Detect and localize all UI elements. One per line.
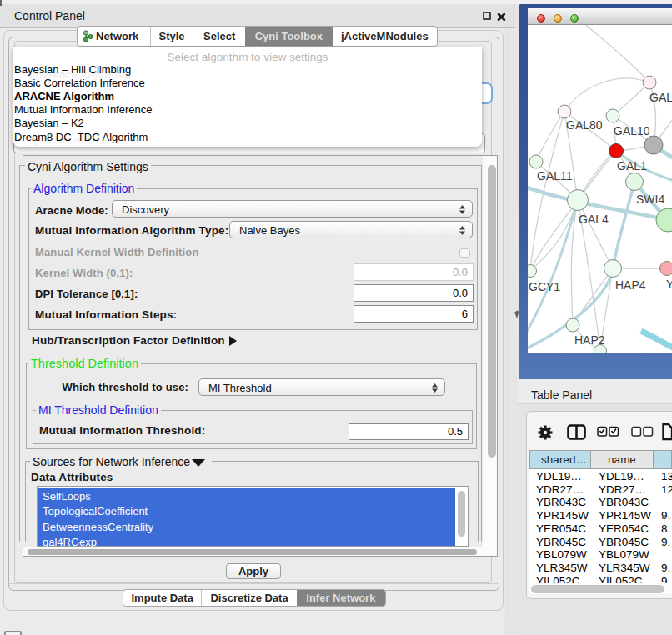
svg-text:SWI4: SWI4 [636,192,664,206]
svg-text:Y: Y [666,278,672,291]
svg-text:GAL10: GAL10 [614,124,650,138]
svg-text:GAL4: GAL4 [579,212,609,226]
svg-text:GCY1: GCY1 [529,280,560,293]
svg-text:GAL7: GAL7 [649,91,672,104]
svg-text:HAP2: HAP2 [574,333,605,347]
svg-text:GAL11: GAL11 [537,169,573,182]
svg-text:HAP4: HAP4 [615,278,646,292]
svg-text:GAL1: GAL1 [617,159,647,172]
svg-text:GAL80: GAL80 [566,118,603,132]
